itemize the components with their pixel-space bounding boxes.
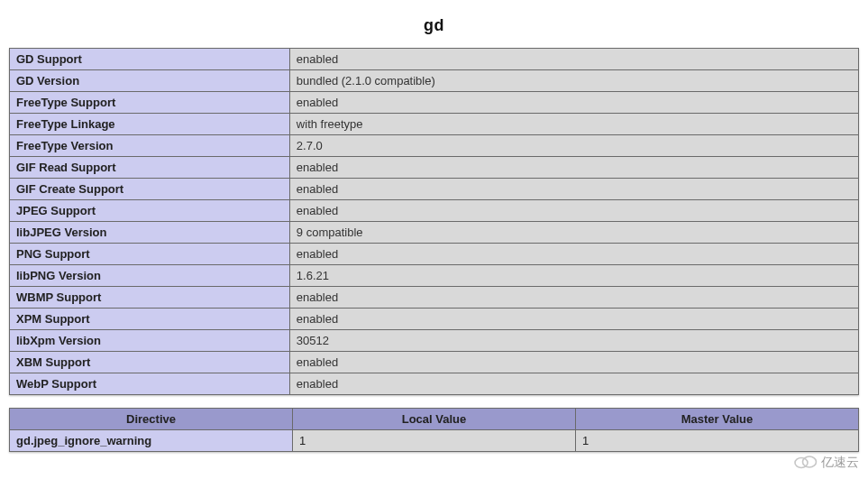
info-value: enabled <box>289 287 858 309</box>
info-label: FreeType Support <box>10 92 290 114</box>
info-value: enabled <box>289 179 858 200</box>
info-value: enabled <box>289 200 858 222</box>
gd-info-table: GD SupportenabledGD Versionbundled (2.1.… <box>9 48 859 395</box>
info-value: 2.7.0 <box>289 135 858 157</box>
info-value: 30512 <box>289 330 858 352</box>
info-value: 1.6.21 <box>289 265 858 287</box>
info-label: GD Support <box>10 49 290 70</box>
info-value: enabled <box>289 157 858 179</box>
info-label: XPM Support <box>10 309 290 330</box>
info-label: GIF Create Support <box>10 179 290 200</box>
table-row: FreeType Version2.7.0 <box>10 135 859 157</box>
table-row: JPEG Supportenabled <box>10 200 859 222</box>
table-row: WebP Supportenabled <box>10 373 859 395</box>
col-local-value: Local Value <box>293 409 576 430</box>
info-value: enabled <box>289 373 858 395</box>
table-row: XPM Supportenabled <box>10 309 859 330</box>
info-label: WebP Support <box>10 373 290 395</box>
info-label: WBMP Support <box>10 287 290 309</box>
table-row: GIF Read Supportenabled <box>10 157 859 179</box>
info-label: FreeType Version <box>10 135 290 157</box>
info-value: enabled <box>289 92 858 114</box>
info-value: with freetype <box>289 114 858 135</box>
info-value: 9 compatible <box>289 222 858 244</box>
table-row: libXpm Version30512 <box>10 330 859 352</box>
table-row: GIF Create Supportenabled <box>10 179 859 200</box>
table-row: XBM Supportenabled <box>10 352 859 373</box>
table-row: FreeType Supportenabled <box>10 92 859 114</box>
table-row: FreeType Linkagewith freetype <box>10 114 859 135</box>
info-label: FreeType Linkage <box>10 114 290 135</box>
directive-master-value: 1 <box>576 430 859 452</box>
info-label: libXpm Version <box>10 330 290 352</box>
info-label: GD Version <box>10 70 290 92</box>
info-label: PNG Support <box>10 244 290 265</box>
table-row: WBMP Supportenabled <box>10 287 859 309</box>
info-value: enabled <box>289 309 858 330</box>
info-label: XBM Support <box>10 352 290 373</box>
info-label: libJPEG Version <box>10 222 290 244</box>
info-label: GIF Read Support <box>10 157 290 179</box>
table-row: PNG Supportenabled <box>10 244 859 265</box>
info-label: libPNG Version <box>10 265 290 287</box>
col-directive: Directive <box>10 409 293 430</box>
svg-point-1 <box>803 456 817 467</box>
section-title: gd <box>9 16 859 35</box>
directive-name: gd.jpeg_ignore_warning <box>10 430 293 452</box>
info-label: JPEG Support <box>10 200 290 222</box>
gd-directives-table: Directive Local Value Master Value gd.jp… <box>9 408 859 452</box>
watermark: 亿速云 <box>792 453 859 472</box>
table-row: libPNG Version1.6.21 <box>10 265 859 287</box>
table-row: GD Supportenabled <box>10 49 859 70</box>
info-value: enabled <box>289 49 858 70</box>
info-value: bundled (2.1.0 compatible) <box>289 70 858 92</box>
watermark-text: 亿速云 <box>821 455 859 471</box>
table-row: GD Versionbundled (2.1.0 compatible) <box>10 70 859 92</box>
table-row: gd.jpeg_ignore_warning11 <box>10 430 859 452</box>
info-value: enabled <box>289 352 858 373</box>
directive-local-value: 1 <box>293 430 576 452</box>
col-master-value: Master Value <box>576 409 859 430</box>
table-row: libJPEG Version9 compatible <box>10 222 859 244</box>
cloud-icon <box>792 453 818 472</box>
info-value: enabled <box>289 244 858 265</box>
svg-point-0 <box>795 458 808 468</box>
